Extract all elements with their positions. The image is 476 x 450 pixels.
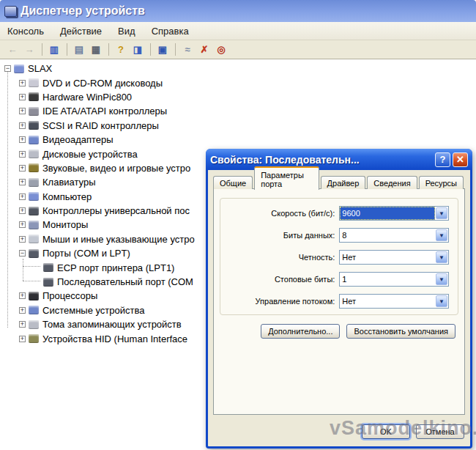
chevron-down-icon[interactable]: ▼ [436, 251, 447, 263]
expand-toggle-icon[interactable]: − [19, 250, 26, 257]
data-bits-label: Биты данных: [220, 231, 335, 240]
menu-bar: Консоль Действие Вид Справка [0, 22, 476, 40]
keyboard-icon [29, 178, 39, 187]
tree-item[interactable]: + IDE ATA/ATAPI контроллеры [0, 104, 476, 118]
toolbar: ← → ▥ ▤ ▦ ? ◨ ▣ ≈ ✗ ◎ [0, 40, 476, 59]
computer-icon [14, 64, 24, 73]
expand-toggle-icon[interactable]: + [19, 151, 26, 158]
tab-obshchie[interactable]: Общие [213, 176, 253, 189]
menu-spravka[interactable]: Справка [152, 26, 189, 37]
chevron-down-icon[interactable]: ▼ [436, 229, 447, 241]
expand-toggle-icon[interactable]: + [19, 165, 26, 171]
tree-item[interactable]: − SLAX [0, 62, 476, 75]
monitor-icon [29, 221, 39, 229]
storage-volume-icon [29, 320, 39, 329]
chevron-down-icon[interactable]: ▼ [436, 273, 447, 285]
tree-item-label: Звуковые, видео и игровые устро [42, 163, 190, 174]
restore-defaults-button[interactable]: Восстановить умолчания [346, 324, 455, 339]
tree-item[interactable]: + Hardware WinPic800 [0, 90, 476, 104]
data-bits-select[interactable]: 8 ▼ [339, 228, 449, 243]
computer-icon [29, 192, 39, 201]
menu-vid[interactable]: Вид [118, 26, 135, 37]
parity-value: Нет [340, 251, 435, 264]
tab-drayver[interactable]: Драйвер [321, 176, 366, 189]
expand-toggle-icon[interactable]: + [19, 321, 26, 328]
tree-item-label: ECP порт принтера (LPT1) [57, 262, 174, 273]
chevron-down-icon[interactable]: ▼ [436, 207, 447, 219]
expand-toggle-icon[interactable]: + [19, 292, 26, 299]
expand-toggle-icon[interactable]: + [19, 221, 26, 228]
processor-icon [29, 292, 39, 300]
tree-item[interactable]: + SCSI и RAID контроллеры [0, 119, 476, 133]
tab-resursy[interactable]: Ресурсы [419, 176, 464, 189]
tree-item-label: IDE ATA/ATAPI контроллеры [42, 106, 167, 117]
tree-item-label: Процессоры [42, 290, 97, 301]
advanced-button[interactable]: Дополнительно... [261, 324, 340, 339]
flow-control-select[interactable]: Нет ▼ [339, 294, 449, 309]
tab-svedeniya[interactable]: Сведения [367, 176, 417, 189]
expand-toggle-icon[interactable]: + [19, 336, 26, 342]
port-icon [43, 263, 53, 272]
system-device-icon [29, 306, 39, 314]
watermark: vSamodelkino.ru [330, 417, 476, 440]
baud-rate-label: Скорость (бит/с): [220, 209, 335, 218]
ide-controller-icon [29, 107, 39, 116]
window-titlebar[interactable]: Диспетчер устройств [0, 0, 476, 22]
help-button[interactable]: ? [435, 152, 450, 167]
disable-device-icon[interactable]: ≈ [179, 43, 196, 57]
chevron-down-icon[interactable]: ▼ [436, 295, 447, 307]
scan-hardware-icon[interactable]: ◎ [213, 43, 229, 57]
expand-toggle-icon[interactable]: + [19, 236, 26, 243]
back-icon[interactable]: ← [4, 43, 21, 57]
tree-item[interactable]: + DVD и CD-ROM дисководы [0, 75, 476, 89]
tree-item-label: Тома запоминающих устройств [42, 319, 182, 330]
expand-toggle-icon[interactable]: + [19, 179, 26, 185]
show-list-icon[interactable]: ◨ [130, 43, 146, 57]
expand-toggle-icon[interactable]: + [19, 136, 26, 143]
tree-item-label: Мыши и иные указывающие устро [42, 234, 195, 245]
menu-konsol[interactable]: Консоль [7, 26, 44, 37]
expand-toggle-icon[interactable]: + [19, 94, 26, 100]
update-driver-icon[interactable]: ▣ [155, 43, 171, 57]
expand-toggle-icon[interactable]: + [19, 307, 26, 314]
tree-item-label: DVD и CD-ROM дисководы [42, 78, 163, 89]
print-icon[interactable]: ▦ [88, 43, 104, 57]
tree-item-label: Устройства HID (Human Interface [42, 333, 187, 344]
tree-item[interactable]: + Видеоадаптеры [0, 133, 476, 147]
dvd-drive-icon [29, 78, 39, 87]
flow-control-label: Управление потоком: [220, 297, 335, 306]
expand-toggle-icon[interactable]: − [4, 65, 11, 72]
menu-deystvie[interactable]: Действие [60, 26, 102, 37]
tree-item-label: SLAX [28, 63, 52, 74]
uninstall-device-icon[interactable]: ✗ [196, 43, 212, 57]
scsi-controller-icon [29, 121, 39, 130]
port-settings-group: Скорость (бит/с): 9600 ▼ Биты данных: 8 … [220, 198, 458, 315]
baud-rate-value: 9600 [340, 207, 435, 220]
tab-page-port-settings: Скорость (бит/с): 9600 ▼ Биты данных: 8 … [213, 188, 465, 415]
forward-icon[interactable]: → [21, 43, 37, 57]
stop-bits-select[interactable]: 1 ▼ [339, 272, 449, 287]
port-icon [29, 249, 39, 258]
port-properties-dialog: Свойства: Последовательн... ? ✕ Общие Па… [206, 149, 472, 449]
close-icon[interactable]: ✕ [453, 152, 468, 167]
stop-bits-value: 1 [340, 273, 435, 286]
expand-toggle-icon[interactable]: + [19, 193, 26, 200]
port-icon [43, 278, 53, 287]
tab-parametry-porta[interactable]: Параметры порта [254, 166, 319, 190]
properties-icon[interactable]: ▤ [71, 43, 87, 57]
video-adapter-icon [29, 136, 39, 144]
flow-control-value: Нет [340, 295, 435, 308]
expand-toggle-icon[interactable]: + [19, 207, 26, 214]
computer-icon [4, 6, 17, 17]
show-hide-tree-icon[interactable]: ▥ [46, 43, 62, 57]
parity-select[interactable]: Нет ▼ [339, 250, 449, 265]
expand-toggle-icon[interactable]: + [19, 108, 26, 114]
dialog-titlebar[interactable]: Свойства: Последовательн... ? ✕ [206, 149, 472, 170]
expand-toggle-icon[interactable]: + [19, 80, 26, 86]
tree-item-label: Дисковые устройства [42, 149, 138, 160]
tree-item-label: Видеоадаптеры [42, 134, 114, 145]
expand-toggle-icon[interactable]: + [19, 122, 26, 129]
help-icon[interactable]: ? [113, 43, 129, 57]
tree-item-label: Системные устройства [42, 305, 144, 316]
baud-rate-select[interactable]: 9600 ▼ [339, 206, 449, 221]
